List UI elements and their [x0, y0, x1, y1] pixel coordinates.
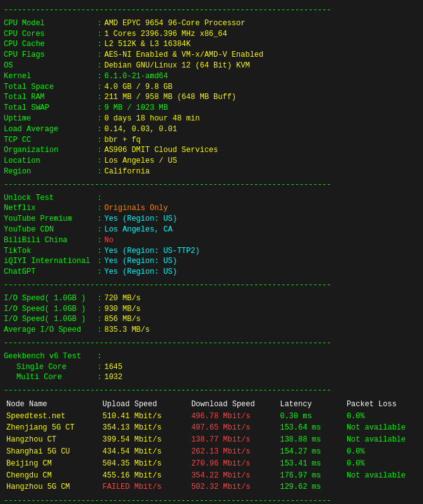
cpu-cache-label: CPU Cache: [4, 39, 97, 50]
bilibili-label: BiliBili China: [4, 235, 97, 246]
region-value: California: [104, 167, 150, 177]
cpu-model-value: AMD EPYC 9654 96-Core Processor: [104, 18, 245, 29]
total-swap-row: Total SWAP : 9 MB / 1023 MB: [4, 103, 419, 114]
speed-table-1: Node Name Upload Speed Download Speed La…: [4, 399, 419, 493]
upload-cell: 354.13 Mbit/s: [100, 422, 189, 434]
tcp-cc-row: TCP CC : bbr + fq: [4, 135, 419, 146]
cpu-model-row: CPU Model : AMD EPYC 9654 96-Core Proces…: [4, 18, 419, 29]
io1-row: I/O Speed( 1.0GB ) : 720 MB/s: [4, 293, 419, 304]
upload-cell: 434.54 Mbit/s: [100, 446, 189, 458]
download-cell: 270.96 Mbit/s: [189, 458, 278, 470]
single-core-label: Single Core: [4, 362, 97, 373]
table-row: Chengdu CM 455.16 Mbit/s 354.22 Mbit/s 1…: [4, 470, 419, 482]
table-row: Hangzhou 5G CM FAILED Mbit/s 502.32 Mbit…: [4, 481, 419, 493]
iqiyi-label: iQIYI International: [4, 256, 97, 267]
tcp-cc-label: TCP CC: [4, 135, 97, 146]
total-swap-value: 9 MB / 1023 MB: [104, 103, 168, 114]
io1-label: I/O Speed( 1.0GB ): [4, 293, 97, 304]
chatgpt-row: ChatGPT : Yes (Region: US): [4, 267, 419, 278]
io1-value: 720 MB/s: [104, 293, 141, 304]
table1-header-row: Node Name Upload Speed Download Speed La…: [4, 399, 419, 411]
cpu-flags-row: CPU Flags : AES-NI Enabled & VM-x/AMD-V …: [4, 50, 419, 61]
packet-loss-cell: 0.0%: [344, 458, 419, 470]
table-row: Zhenjiang 5G CT 354.13 Mbit/s 497.65 Mbi…: [4, 422, 419, 434]
node-name-cell: Hangzhou 5G CM: [4, 481, 100, 493]
os-label: OS: [4, 61, 97, 71]
avg-io-row: Average I/O Speed : 835.3 MB/s: [4, 325, 419, 336]
multi-core-value: 1032: [104, 372, 122, 383]
tcp-cc-value: bbr + fq: [104, 135, 141, 146]
download-cell: 496.78 Mbit/s: [189, 411, 278, 423]
latency-cell: 153.41 ms: [277, 458, 343, 470]
multi-core-row: Multi Core : 1032: [4, 372, 419, 383]
latency-cell: 0.30 ms: [277, 411, 343, 423]
col-latency-1: Latency: [277, 399, 343, 411]
uptime-label: Uptime: [4, 114, 97, 124]
chatgpt-label: ChatGPT: [4, 267, 97, 278]
netflix-row: Netflix : Originals Only: [4, 203, 419, 214]
unlock-header-row: Unlock Test :: [4, 193, 419, 204]
iqiyi-value: Yes (Region: US): [104, 256, 177, 267]
geekbench-header-label: Geekbench v6 Test: [4, 351, 97, 362]
io3-label: I/O Speed( 1.0GB ): [4, 314, 97, 325]
total-ram-label: Total RAM: [4, 92, 97, 103]
cpu-flags-value: AES-NI Enabled & VM-x/AMD-V Enabled: [104, 50, 263, 61]
location-value: Los Angeles / US: [104, 156, 177, 167]
single-core-row: Single Core : 1645: [4, 362, 419, 373]
col-node-name-1: Node Name: [4, 399, 100, 411]
upload-cell: 399.54 Mbit/s: [100, 434, 189, 446]
kernel-row: Kernel : 6.1.0-21-amd64: [4, 71, 419, 82]
node-name-cell: Chengdu CM: [4, 470, 100, 482]
download-cell: 502.32 Mbit/s: [189, 481, 278, 493]
upload-cell: 510.41 Mbit/s: [100, 411, 189, 423]
cpu-model-label: CPU Model: [4, 18, 97, 29]
latency-cell: 138.88 ms: [277, 434, 343, 446]
tiktok-label: TikTok: [4, 246, 97, 257]
divider-4: ----------------------------------------…: [4, 338, 419, 349]
uptime-value: 0 days 18 hour 48 min: [104, 114, 200, 124]
table-row: Speedtest.net 510.41 Mbit/s 496.78 Mbit/…: [4, 411, 419, 423]
io2-value: 930 MB/s: [104, 304, 141, 315]
cpu-cache-value: L2 512K & L3 16384K: [104, 39, 191, 50]
netflix-value: Originals Only: [104, 203, 168, 214]
youtube-cdn-label: YouTube CDN: [4, 225, 97, 235]
unlock-header-label: Unlock Test: [4, 193, 97, 204]
download-cell: 262.13 Mbit/s: [189, 446, 278, 458]
io-speed-section: I/O Speed( 1.0GB ) : 720 MB/s I/O Speed(…: [4, 293, 419, 336]
divider-5: ----------------------------------------…: [4, 385, 419, 396]
col-upload-1: Upload Speed: [100, 399, 189, 411]
col-packet-loss-1: Packet Loss: [344, 399, 419, 411]
total-ram-value: 211 MB / 958 MB (648 MB Buff): [104, 92, 236, 103]
youtube-premium-label: YouTube Premium: [4, 214, 97, 225]
load-avg-row: Load Average : 0.14, 0.03, 0.01: [4, 124, 419, 135]
total-space-label: Total Space: [4, 82, 97, 93]
total-space-row: Total Space : 4.0 GB / 9.8 GB: [4, 82, 419, 93]
download-cell: 354.22 Mbit/s: [189, 470, 278, 482]
org-row: Organization : AS906 DMIT Cloud Services: [4, 145, 419, 156]
total-swap-label: Total SWAP: [4, 103, 97, 114]
cpu-cores-label: CPU Cores: [4, 29, 97, 40]
chatgpt-value: Yes (Region: US): [104, 267, 177, 278]
latency-cell: 153.64 ms: [277, 422, 343, 434]
org-value: AS906 DMIT Cloud Services: [104, 145, 218, 156]
packet-loss-cell: Not available: [344, 434, 419, 446]
table-row: Shanghai 5G CU 434.54 Mbit/s 262.13 Mbit…: [4, 446, 419, 458]
bilibili-value: No: [104, 235, 113, 246]
unlock-test-section: Unlock Test : Netflix : Originals Only Y…: [4, 193, 419, 278]
packet-loss-cell: 0.0%: [344, 411, 419, 423]
latency-cell: 176.97 ms: [277, 470, 343, 482]
region-row: Region : California: [4, 167, 419, 177]
kernel-value: 6.1.0-21-amd64: [104, 71, 168, 82]
youtube-premium-row: YouTube Premium : Yes (Region: US): [4, 214, 419, 225]
cpu-cache-row: CPU Cache : L2 512K & L3 16384K: [4, 39, 419, 50]
download-cell: 497.65 Mbit/s: [189, 422, 278, 434]
org-label: Organization: [4, 145, 97, 156]
location-label: Location: [4, 156, 97, 167]
total-ram-row: Total RAM : 211 MB / 958 MB (648 MB Buff…: [4, 92, 419, 103]
upload-cell: 504.35 Mbit/s: [100, 458, 189, 470]
youtube-cdn-value: Los Angeles, CA: [104, 225, 172, 235]
total-space-value: 4.0 GB / 9.8 GB: [104, 82, 172, 93]
region-label: Region: [4, 167, 97, 177]
packet-loss-cell: [344, 481, 419, 493]
os-row: OS : Debian GNU/Linux 12 (64 Bit) KVM: [4, 61, 419, 71]
